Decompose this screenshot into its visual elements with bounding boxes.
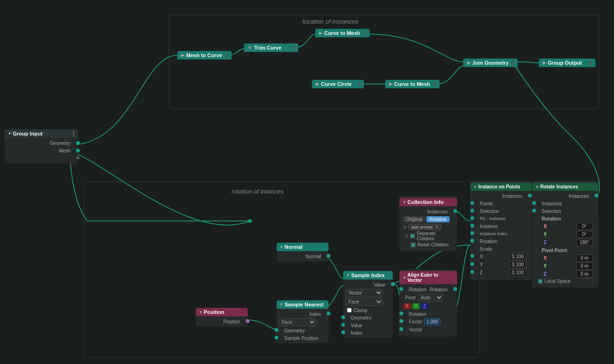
- ri-selection-label: Selection: [542, 209, 561, 214]
- axis-y[interactable]: Y: [412, 303, 420, 309]
- iop-z-label: Z: [480, 270, 483, 275]
- group-input-node: ▾ Group Input Geometry Mesh: [5, 127, 78, 165]
- align-euler-title: Align Euler to Vector: [407, 272, 453, 283]
- ae-rotation-lbl: Rotation: [409, 312, 426, 317]
- ae-vector-row: Vector: [401, 326, 455, 333]
- normal-output-label: Normal: [306, 254, 321, 259]
- ri-instances-out-port: [595, 194, 598, 197]
- iop-instances-out-row: Instances: [472, 192, 530, 200]
- clamp-row: Clamp: [343, 306, 393, 314]
- collapse-icon[interactable]: ▾: [403, 275, 406, 280]
- curve-circle-title: Curve Circle: [321, 81, 352, 87]
- ri-rot-z-val[interactable]: 180°: [576, 239, 593, 246]
- trim-curve-header: Trim Curve: [244, 43, 298, 52]
- collection-info-body: Instances Original Relative axis arrows …: [399, 206, 457, 249]
- iop-y-label: Y: [480, 262, 483, 267]
- iop-pic-port: [470, 216, 474, 220]
- iop-scale-y-val[interactable]: 0.100: [510, 261, 526, 268]
- ri-local-space-cb[interactable]: ✓: [538, 279, 543, 284]
- divider: [364, 30, 366, 36]
- curve-circle-header: ▶ Curve Circle: [312, 80, 364, 88]
- face-select2[interactable]: Face: [345, 298, 383, 306]
- geometry-output-row: Geometry: [5, 139, 78, 147]
- ri-piv-z-val[interactable]: 0 m: [576, 271, 593, 278]
- mesh-to-curve-node: ▶ Mesh to Curve: [177, 49, 232, 61]
- position-title: Position: [204, 309, 224, 315]
- ae-rotation-in-label: Rotation: [409, 287, 426, 292]
- curve-to-mesh-top-title: Curve to Mesh: [324, 30, 360, 36]
- collapse-icon[interactable]: ▶: [543, 60, 546, 65]
- mesh-output-row: Mesh: [5, 147, 78, 154]
- collapse-icon[interactable]: ▾: [199, 310, 202, 314]
- divider: [359, 81, 360, 87]
- ae-vector-label: Vector: [409, 327, 422, 332]
- si-geometry-port: [341, 315, 345, 319]
- collapse-icon[interactable]: ▶: [467, 60, 470, 65]
- vector-select[interactable]: Vector: [345, 289, 383, 297]
- geometry-input-label: Geometry: [284, 328, 305, 333]
- ri-instances-out-label: Instances: [569, 194, 589, 199]
- iop-instance-index-label: Instance Index: [480, 231, 508, 236]
- curve-to-mesh-bot-header: ▶ Curve to Mesh: [385, 80, 440, 88]
- collapse-icon[interactable]: ▾: [280, 245, 283, 249]
- face-select[interactable]: Face: [278, 318, 316, 326]
- index-output-label: Index: [310, 312, 321, 317]
- group-output-header: ▶ Group Output: [539, 59, 596, 67]
- geometry-output-port: [76, 141, 80, 145]
- collapse-arrow[interactable]: ▾: [9, 131, 11, 136]
- collapse-icon[interactable]: ▶: [319, 31, 322, 35]
- collapse-icon[interactable]: ▾: [474, 185, 476, 189]
- collapse-icon[interactable]: ▶: [181, 53, 184, 58]
- rotate-instances-header: ▾ Rotate Instances: [532, 183, 598, 191]
- clamp-checkbox[interactable]: [347, 308, 352, 313]
- mesh-to-curve-title: Mesh to Curve: [186, 52, 222, 58]
- iop-scale-z-val[interactable]: 0.100: [510, 269, 526, 276]
- normal-title: Normal: [285, 244, 303, 250]
- iop-points-label: Points: [480, 201, 493, 206]
- original-button[interactable]: Original: [403, 216, 425, 222]
- ri-py-label: Y: [544, 263, 547, 269]
- iop-rotation-port: [470, 239, 474, 243]
- ae-factor-value[interactable]: 1.000: [424, 318, 441, 325]
- ri-instances-in-row: Instances: [534, 200, 597, 207]
- ri-local-space-row: ✓ Local Space: [534, 278, 597, 284]
- position-output-row: Position: [196, 318, 248, 325]
- axis-arrows-label: axis arrows: [411, 225, 433, 229]
- curve-to-mesh-top-header: ▶ Curve to Mesh: [315, 29, 370, 37]
- ri-body: Instances Instances Selection Rotation X…: [532, 191, 598, 286]
- iop-instances-port: [528, 194, 532, 197]
- sc-dot: [405, 234, 408, 238]
- iop-title: Instance on Points: [478, 184, 520, 189]
- iop-scale-x-val[interactable]: 0.100: [510, 253, 526, 260]
- collapse-icon[interactable]: ▾: [403, 200, 406, 204]
- collapse-icon[interactable]: ▾: [536, 185, 538, 189]
- collapse-icon[interactable]: ▾: [347, 273, 349, 278]
- iop-selection-label: Selection: [480, 209, 499, 214]
- ae-pivot-row: Pivot Auto: [401, 293, 455, 302]
- reset-children-cb[interactable]: ✓: [411, 243, 415, 247]
- ae-rotation-in-row: Rotation Rotation: [401, 286, 455, 293]
- ri-piv-x-val[interactable]: 0 m: [576, 254, 593, 262]
- collapse-icon[interactable]: ▶: [389, 82, 392, 86]
- collapse-icon[interactable]: ▶: [316, 82, 319, 86]
- divider: [226, 52, 228, 58]
- axes-row: X Y Z: [401, 302, 455, 310]
- normal-node: ▾ Normal Normal: [277, 241, 329, 263]
- ri-piv-y-val[interactable]: 0 m: [576, 262, 593, 270]
- sample-pos-row: Sample Position: [277, 334, 329, 342]
- axis-z[interactable]: Z: [421, 303, 428, 309]
- relative-button[interactable]: Relative: [426, 216, 449, 222]
- iop-rotation-row: Rotation: [472, 237, 530, 245]
- axis-x[interactable]: X: [403, 303, 411, 309]
- ri-rot-y-val[interactable]: 0°: [576, 231, 593, 238]
- collapse-icon[interactable]: ▾: [280, 302, 283, 307]
- ae-pivot-select[interactable]: Auto: [417, 294, 443, 302]
- ri-rot-x-val[interactable]: 0°: [576, 223, 593, 230]
- separate-children-cb[interactable]: ✓: [410, 234, 415, 238]
- face-select-row: Face: [343, 297, 393, 306]
- index-output-port: [327, 312, 330, 315]
- close-icon[interactable]: ✕: [435, 224, 439, 229]
- si-index-label: Index: [351, 330, 362, 336]
- extra-port: [77, 156, 79, 159]
- iop-selection-port: [470, 209, 474, 212]
